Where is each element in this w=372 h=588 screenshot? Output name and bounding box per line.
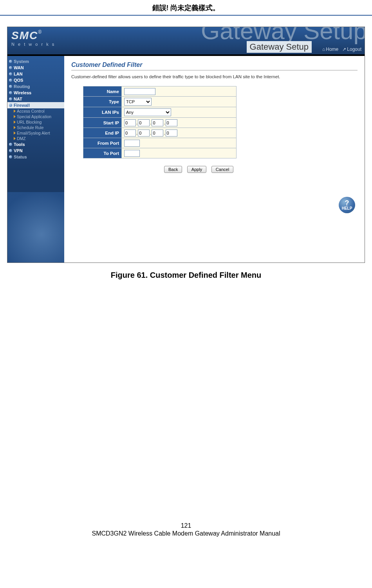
- sidebar-item-qos[interactable]: QOS: [7, 77, 64, 83]
- endip-octet-1[interactable]: [138, 129, 150, 137]
- sidebar-item-lan[interactable]: LAN: [7, 71, 64, 77]
- startip-octet-0[interactable]: [124, 119, 136, 126]
- bullet-icon: [9, 143, 12, 146]
- arrow-icon: [14, 137, 16, 140]
- endip-octet-3[interactable]: [166, 129, 177, 137]
- form-row-fromport: From Port: [83, 138, 237, 148]
- sidebar-item-nat[interactable]: NAT: [7, 96, 64, 102]
- home-label: Home: [326, 47, 338, 52]
- header-links: ⌂ Home ↗ Logout: [322, 47, 361, 52]
- ip-dot-icon: .: [136, 120, 137, 125]
- content-description: Customer-defined filter allows users to …: [71, 74, 358, 79]
- sidebar-sub-dmz[interactable]: DMZ: [7, 136, 64, 141]
- sidebar-item-firewall[interactable]: Firewall: [7, 102, 64, 108]
- sidebar-item-label: Routing: [14, 84, 30, 89]
- form-row-name: Name: [83, 86, 237, 97]
- sidebar-sub-label: Email/Syslog Alert: [17, 131, 50, 135]
- gateway-header: SMC® N e t w o r k s Gateway Setup Gatew…: [7, 27, 365, 54]
- apply-button[interactable]: Apply: [187, 166, 207, 173]
- sidebar-sub-label: Schedule Rule: [17, 125, 43, 130]
- sidebar: System WAN LAN QOS Routing Wireless NAT …: [7, 56, 64, 263]
- form-row-toport: To Port: [83, 148, 237, 158]
- ip-dot-icon: .: [150, 120, 151, 125]
- bullet-icon: [9, 72, 12, 76]
- bullet-icon: [9, 104, 12, 107]
- screenshot-frame: SMC® N e t w o r k s Gateway Setup Gatew…: [7, 27, 365, 263]
- sidebar-item-label: NAT: [14, 97, 22, 101]
- help-button[interactable]: ? HELP: [339, 197, 355, 213]
- sidebar-sub-label: URL Blocking: [17, 120, 42, 124]
- arrow-icon: [14, 120, 16, 124]
- name-label: Name: [83, 86, 122, 97]
- sidebar-sub-special-application[interactable]: Special Application: [7, 114, 64, 119]
- sidebar-item-label: LAN: [14, 72, 23, 76]
- endip-label: End IP: [83, 128, 122, 138]
- page-header-divider: [0, 15, 372, 16]
- lanips-label: LAN IPs: [83, 107, 122, 118]
- logo-main-text: SMC: [11, 29, 38, 41]
- bullet-icon: [9, 60, 12, 63]
- startip-octet-1[interactable]: [138, 119, 150, 126]
- endip-octet-0[interactable]: [124, 129, 136, 137]
- bullet-icon: [9, 85, 12, 88]
- sidebar-sub-email-syslog-alert[interactable]: Email/Syslog Alert: [7, 130, 64, 136]
- startip-octet-2[interactable]: [152, 119, 163, 126]
- gateway-body: System WAN LAN QOS Routing Wireless NAT …: [7, 56, 365, 263]
- sidebar-item-label: System: [14, 59, 29, 64]
- sidebar-item-tools[interactable]: Tools: [7, 141, 64, 147]
- page-footer: 121 SMCD3GN2 Wireless Cable Modem Gatewa…: [0, 522, 372, 537]
- sidebar-sub-access-control[interactable]: Access Control: [7, 108, 64, 114]
- page-number: 121: [0, 522, 372, 529]
- sidebar-item-label: VPN: [14, 148, 23, 153]
- arrow-icon: [14, 110, 16, 113]
- logout-label: Logout: [347, 47, 361, 52]
- fromport-input[interactable]: [124, 140, 140, 147]
- cancel-button[interactable]: Cancel: [211, 166, 233, 173]
- bullet-icon: [9, 66, 12, 69]
- content-title: Customer Defined Filter: [71, 61, 358, 70]
- name-input[interactable]: [124, 88, 155, 95]
- sidebar-sub-schedule-rule[interactable]: Schedule Rule: [7, 125, 64, 130]
- lanips-select[interactable]: Any: [124, 108, 171, 116]
- main-content: Customer Defined Filter Customer-defined…: [64, 56, 365, 263]
- bullet-icon: [9, 91, 12, 94]
- sidebar-item-wan[interactable]: WAN: [7, 65, 64, 71]
- home-icon: ⌂: [322, 47, 325, 52]
- sidebar-item-routing[interactable]: Routing: [7, 83, 64, 90]
- endip-octet-2[interactable]: [152, 129, 163, 137]
- sidebar-item-label: WAN: [14, 65, 24, 70]
- form-row-startip: Start IP ...: [83, 118, 237, 128]
- startip-octet-3[interactable]: [166, 119, 177, 126]
- arrow-icon: [14, 131, 16, 135]
- logo-registered-icon: ®: [38, 29, 42, 35]
- type-select[interactable]: TCP: [124, 98, 152, 106]
- toport-label: To Port: [83, 148, 122, 158]
- ip-dot-icon: .: [136, 131, 137, 135]
- form-row-type: Type TCP: [83, 97, 237, 107]
- logout-icon: ↗: [342, 47, 346, 52]
- arrow-icon: [14, 115, 16, 118]
- ip-dot-icon: .: [150, 131, 151, 135]
- sidebar-sub-url-blocking[interactable]: URL Blocking: [7, 119, 64, 125]
- bullet-icon: [9, 97, 12, 101]
- toport-input[interactable]: [124, 150, 140, 157]
- ip-dot-icon: .: [164, 131, 165, 135]
- button-row: Back Apply Cancel: [40, 165, 358, 173]
- sidebar-item-wireless[interactable]: Wireless: [7, 90, 64, 96]
- startip-label: Start IP: [83, 118, 122, 128]
- sidebar-item-vpn[interactable]: VPN: [7, 147, 64, 154]
- filter-form-table: Name Type TCP LAN IPs Any Start IP ...: [83, 86, 237, 158]
- logo-subtext: N e t w o r k s: [11, 42, 55, 47]
- type-label: Type: [83, 97, 122, 107]
- sidebar-item-label: Tools: [14, 142, 25, 147]
- sidebar-item-system[interactable]: System: [7, 58, 64, 65]
- logout-link[interactable]: ↗ Logout: [342, 47, 361, 52]
- back-button[interactable]: Back: [164, 166, 182, 173]
- sidebar-item-label: QOS: [14, 78, 23, 83]
- home-link[interactable]: ⌂ Home: [322, 47, 338, 52]
- bullet-icon: [9, 79, 12, 82]
- sidebar-item-label: Firewall: [14, 103, 30, 108]
- manual-title: SMCD3GN2 Wireless Cable Modem Gateway Ad…: [0, 530, 372, 537]
- sidebar-item-status[interactable]: Status: [7, 154, 64, 160]
- fromport-label: From Port: [83, 138, 122, 148]
